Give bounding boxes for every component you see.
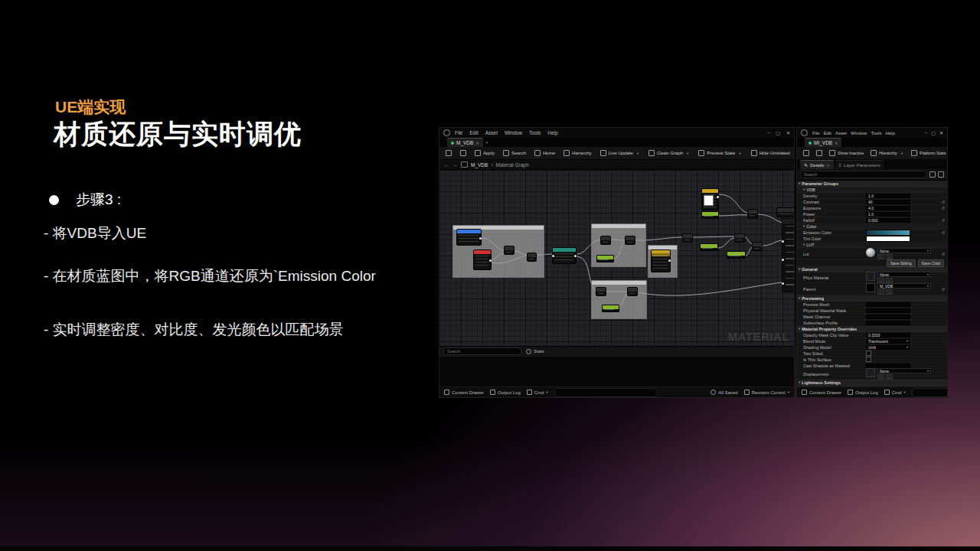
reset-icon[interactable]: ↺ [942,252,945,256]
hide-unrelated-button[interactable]: Hide Unrelated▾ [750,149,795,157]
asset-thumbnail[interactable] [866,272,875,281]
use-selected-icon[interactable]: ← [886,374,893,380]
close-button[interactable]: ✕ [939,130,943,135]
asset-tab[interactable]: M_VDB ✕ [447,138,483,147]
platform-stats-button[interactable]: Platform Stats▾ [910,149,948,157]
content-drawer-button[interactable]: Content Drawer [802,390,841,395]
all-saved-status[interactable]: All Saved [710,390,737,395]
live-update-button[interactable]: Live Update▾ [599,149,642,157]
node-multiply[interactable] [625,236,635,245]
stats-tab[interactable]: Stats [526,349,544,354]
node-scalar-parameter[interactable] [700,243,718,251]
expander-icon[interactable]: ▾ [799,181,800,185]
node-scalar-parameter[interactable] [701,211,719,219]
cmd-dropdown[interactable]: Cmd▾ [884,390,906,395]
browse-icon[interactable] [815,149,824,157]
color-swatch-white[interactable] [704,195,714,206]
node-material-output[interactable] [782,218,794,292]
tab-options-icon[interactable]: ▾ [486,140,488,145]
menu-edit[interactable]: Edit [824,131,831,135]
details-search-input[interactable] [800,171,927,178]
ue-logo-icon[interactable] [443,129,450,136]
save-icon[interactable] [802,149,811,157]
param-value-field[interactable] [866,302,910,307]
param-value-field[interactable] [866,321,910,325]
clean-graph-button[interactable]: Clean Graph▾ [647,149,691,157]
node-scalar-parameter[interactable] [727,251,746,259]
close-icon[interactable]: ✕ [835,141,838,145]
node-multiply[interactable] [752,242,763,251]
ue-logo-icon[interactable] [801,129,808,136]
settings-icon[interactable] [938,171,944,178]
expander-icon[interactable]: ▾ [799,327,800,331]
breadcrumb-page[interactable]: Material Graph [496,162,529,168]
browse-asset-icon[interactable]: ⌕ [877,374,884,380]
menu-window[interactable]: Window [851,131,867,135]
param-value-field[interactable]: 0.002 [866,218,910,223]
node-multiply[interactable] [734,233,745,243]
filter-icon[interactable] [929,171,936,178]
menu-tools[interactable]: Tools [529,130,541,135]
reset-icon[interactable]: ↺ [942,218,945,223]
reset-icon[interactable]: ↺ [942,200,945,204]
stats-search-input[interactable] [443,347,521,355]
asset-dropdown[interactable]: None▾ [877,248,931,253]
tab-layer-parameters[interactable]: ≡ Layer Parameters [835,160,884,169]
content-drawer-button[interactable]: Content Drawer [444,390,484,395]
back-icon[interactable]: ← [444,162,449,168]
preview-state-button[interactable]: Preview State▾ [697,149,743,157]
reset-icon[interactable]: ↺ [942,230,945,235]
comment-box[interactable] [591,280,647,319]
param-value-field[interactable]: 1.0 [866,212,910,217]
checkbox[interactable] [866,357,871,362]
use-selected-icon[interactable]: ← [886,278,893,283]
minimize-button[interactable]: – [925,130,927,135]
close-icon[interactable]: ✕ [826,163,829,168]
apply-button[interactable]: Apply [473,149,496,157]
param-value-field[interactable]: 0.3333 [866,333,910,337]
node-multiply[interactable] [504,246,514,255]
menu-file[interactable]: File [455,130,462,135]
node-multiply[interactable] [627,287,638,296]
asset-thumbnail[interactable] [866,368,875,377]
checkbox[interactable] [866,350,871,356]
param-value-field[interactable]: 4.0 [866,206,910,210]
expander-icon[interactable]: ▾ [799,380,800,384]
close-button[interactable]: ✕ [786,130,790,135]
search-button[interactable]: Search [501,149,528,157]
reset-icon[interactable]: ↺ [942,206,945,210]
maximize-button[interactable]: ▢ [931,130,936,135]
menu-edit[interactable]: Edit [469,130,478,135]
cmd-dropdown[interactable]: Cmd▾ [527,390,548,395]
node-multiply[interactable] [600,236,611,245]
expander-icon[interactable]: ▾ [803,224,805,228]
param-value-field[interactable]: 40 [866,200,910,204]
param-value-field[interactable] [866,308,910,313]
asset-dropdown[interactable]: None▾ [877,368,931,373]
param-dropdown[interactable]: Unlit▾ [866,345,910,350]
node-color-parameter[interactable] [701,188,719,210]
breadcrumb-asset[interactable]: M_VDB [471,162,488,168]
expander-icon[interactable]: ▾ [803,243,805,246]
menu-asset[interactable]: Asset [485,130,498,135]
node-texture-sample[interactable] [651,249,671,272]
browse-icon[interactable] [459,149,468,157]
node-multiply[interactable] [596,287,606,296]
revision-control-button[interactable]: Revision Control▾ [744,390,789,395]
hierarchy-button[interactable]: Hierarchy [562,149,593,157]
menu-asset[interactable]: Asset [835,131,847,135]
param-dropdown[interactable]: Translucent▾ [866,339,910,344]
node-volume-texture[interactable] [456,229,482,246]
reset-icon[interactable]: ↺ [942,287,945,292]
expander-icon[interactable]: ▾ [799,296,800,300]
param-value-field[interactable]: 1.0 [866,194,910,198]
home-button[interactable]: Home [533,149,557,157]
minimize-button[interactable]: – [767,130,769,135]
param-value-field[interactable] [866,364,910,368]
material-graph[interactable]: MATERIAL [439,170,794,346]
param-value-field[interactable] [866,315,910,319]
output-log-button[interactable]: Output Log [848,390,878,395]
node-multiply[interactable] [682,233,693,243]
node-small[interactable] [776,207,794,217]
close-icon[interactable]: ✕ [475,141,479,145]
